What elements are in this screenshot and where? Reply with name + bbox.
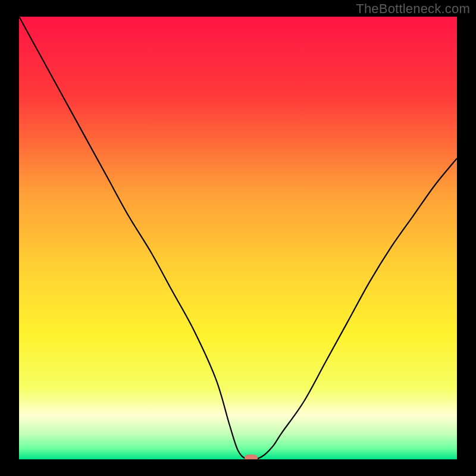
source-attribution: TheBottleneck.com — [356, 1, 470, 17]
bottleneck-chart — [19, 17, 457, 459]
plot-area — [19, 17, 457, 459]
gradient-background — [19, 17, 457, 459]
optimal-marker — [245, 455, 258, 459]
chart-frame: TheBottleneck.com — [0, 0, 476, 476]
